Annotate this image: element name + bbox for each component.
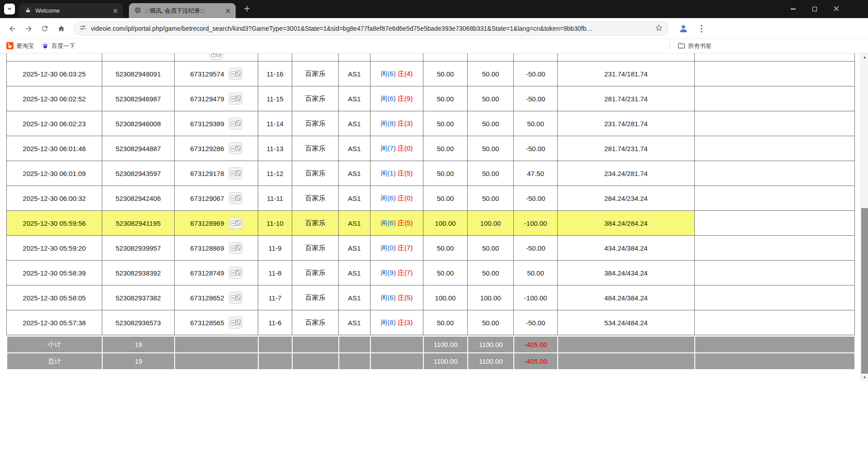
back-button[interactable] [5, 21, 20, 36]
scroll-down-button[interactable]: ▼ [861, 374, 868, 381]
result-player: 闲(1) [381, 169, 396, 177]
game-thumbnail-icon[interactable] [229, 192, 242, 204]
bet-time-cell: 2025-12-30 05:57:38 [7, 310, 102, 335]
game-id-cell: 673128652 [175, 285, 258, 310]
record-row[interactable]: 2025-12-30 05:58:05523082937382673128652… [7, 285, 855, 310]
bookmark-item-baidu[interactable]: 百度一下 [38, 40, 79, 52]
vertical-scrollbar[interactable]: ▲ ▼ [860, 53, 868, 381]
tune-icon[interactable] [79, 24, 86, 33]
game-thumbnail-icon[interactable] [229, 68, 242, 80]
summary-valid-cell: 1100.00 [468, 336, 514, 353]
round-cell [258, 53, 292, 62]
record-row[interactable]: 2025-12-30 05:58:39523082938392673128749… [7, 261, 855, 285]
home-button[interactable] [53, 21, 69, 36]
bet-amount-cell[interactable]: 100.00 [423, 211, 468, 236]
record-row[interactable]: 2025-12-30 05:57:38523082936573673128565… [7, 310, 855, 335]
record-row[interactable]: 2025-12-30 06:00:32523082942406673129067… [7, 186, 855, 211]
game-thumbnail-icon[interactable] [229, 317, 242, 328]
bet-amount-cell[interactable]: 100.00 [423, 285, 468, 310]
maximize-icon [812, 7, 817, 11]
record-row-partial[interactable] [7, 53, 855, 62]
record-row[interactable]: 2025-12-30 06:01:09523082943597673129178… [7, 161, 855, 186]
result-cell: 闲(0) 庄(7) [370, 236, 423, 261]
refresh-button[interactable] [37, 21, 52, 36]
close-icon [834, 5, 839, 13]
bookmark-star-icon[interactable] [655, 24, 663, 33]
game-id-cell: 673128565 [175, 310, 258, 335]
balance-cell: 434.24/384.24 [558, 236, 695, 261]
order-no-cell: 523082946008 [102, 111, 175, 136]
record-row[interactable]: 2025-12-30 05:59:20523082939957673128869… [7, 236, 855, 261]
bet-amount-cell[interactable]: 50.00 [423, 310, 468, 335]
result-banker: 庄(5) [398, 169, 413, 177]
round-cell: 11-12 [258, 161, 292, 186]
bet-time-cell: 2025-12-30 06:03:25 [7, 62, 102, 86]
url-text[interactable]: videoie.com/ipl/portal.php/game/betrecor… [91, 25, 650, 32]
tab-welcome[interactable]: Welcome [19, 3, 123, 18]
bet-amount-cell[interactable]: 50.00 [423, 261, 468, 285]
result-banker: 庄(4) [398, 70, 413, 77]
summary-empty-cell [558, 353, 695, 370]
bet-amount-cell[interactable]: 50.00 [423, 111, 468, 136]
summary-empty-cell [695, 353, 855, 370]
game-thumbnail-icon[interactable] [229, 267, 242, 279]
round-cell: 11-11 [258, 186, 292, 211]
order-no-cell: 523082936573 [102, 310, 175, 335]
bet-amount-cell[interactable]: 50.00 [423, 236, 468, 261]
balance-cell: 534.24/484.24 [558, 310, 695, 335]
summary-empty-cell [370, 353, 423, 370]
table-name-cell: AS1 [339, 261, 370, 285]
game-thumbnail-icon[interactable] [229, 93, 242, 105]
profile-avatar[interactable] [677, 22, 690, 35]
baidu-icon [42, 42, 49, 51]
record-row[interactable]: 2025-12-30 06:01:46523082944887673129286… [7, 136, 855, 161]
game-thumbnail-icon[interactable] [229, 167, 242, 179]
bet-amount-cell[interactable]: 50.00 [423, 62, 468, 86]
game-id-text: 673128749 [190, 269, 224, 277]
game-thumbnail-icon[interactable] [229, 143, 242, 154]
bet-amount-cell[interactable]: 50.00 [423, 186, 468, 211]
game-thumbnail-icon[interactable] [229, 118, 242, 129]
close-button[interactable] [825, 0, 847, 18]
scrollbar-thumb[interactable] [861, 208, 868, 374]
record-row[interactable]: 2025-12-30 06:02:23523082946008673129389… [7, 111, 855, 136]
record-row[interactable]: 2025-12-30 06:03:25523082948091673129574… [7, 62, 855, 86]
taobao-icon [6, 42, 14, 51]
order-no-cell: 523082942406 [102, 186, 175, 211]
game-type-cell: 百家乐 [292, 62, 339, 86]
result-banker: 庄(5) [398, 294, 413, 301]
winloss-cell: 47.50 [514, 161, 558, 186]
game-thumbnail-icon[interactable] [229, 292, 242, 304]
bet-amount-cell[interactable]: 50.00 [423, 136, 468, 161]
game-id-cell: 673129067 [175, 186, 258, 211]
game-thumbnail-icon[interactable] [229, 242, 242, 254]
tab-betrecord-active[interactable]: :::视讯, 会员下注纪录::: [129, 3, 236, 18]
tab-search-button[interactable] [4, 4, 15, 14]
bookmark-item-aitaobao[interactable]: 爱淘宝 [3, 40, 38, 52]
order-no-cell: 523082939957 [102, 236, 175, 261]
bet-amount-cell[interactable]: 50.00 [423, 161, 468, 186]
three-dot-menu-button[interactable] [695, 22, 708, 35]
bet-time-cell: 2025-12-30 06:01:09 [7, 161, 102, 186]
scroll-up-button[interactable]: ▲ [861, 53, 868, 61]
forward-button[interactable] [21, 21, 36, 36]
address-bar[interactable]: videoie.com/ipl/portal.php/game/betrecor… [73, 21, 669, 36]
bet-amount-cell[interactable]: 50.00 [423, 86, 468, 111]
record-row[interactable]: 2025-12-30 05:59:56523082941195673128969… [7, 211, 855, 236]
game-thumbnail-icon[interactable] [229, 217, 242, 229]
record-row[interactable]: 2025-12-30 06:02:52523082946987673129479… [7, 86, 855, 111]
game-id-cell: 673129178 [175, 161, 258, 186]
new-tab-button[interactable] [242, 4, 252, 15]
minimize-button[interactable] [782, 0, 804, 18]
bet-time-cell: 2025-12-30 06:01:46 [7, 136, 102, 161]
tab-close-icon[interactable] [111, 7, 119, 15]
all-bookmarks-button[interactable]: 所有书签 [674, 40, 715, 52]
order-no-cell: 523082944887 [102, 136, 175, 161]
winloss-cell [514, 53, 558, 62]
table-name-cell: AS1 [339, 310, 370, 335]
maximize-button[interactable] [804, 0, 825, 18]
tab-close-icon[interactable] [224, 7, 232, 15]
summary-winloss-cell: -405.00 [514, 336, 558, 353]
game-id-text: 673129286 [190, 145, 224, 152]
game-thumbnail-icon[interactable] [209, 53, 223, 60]
